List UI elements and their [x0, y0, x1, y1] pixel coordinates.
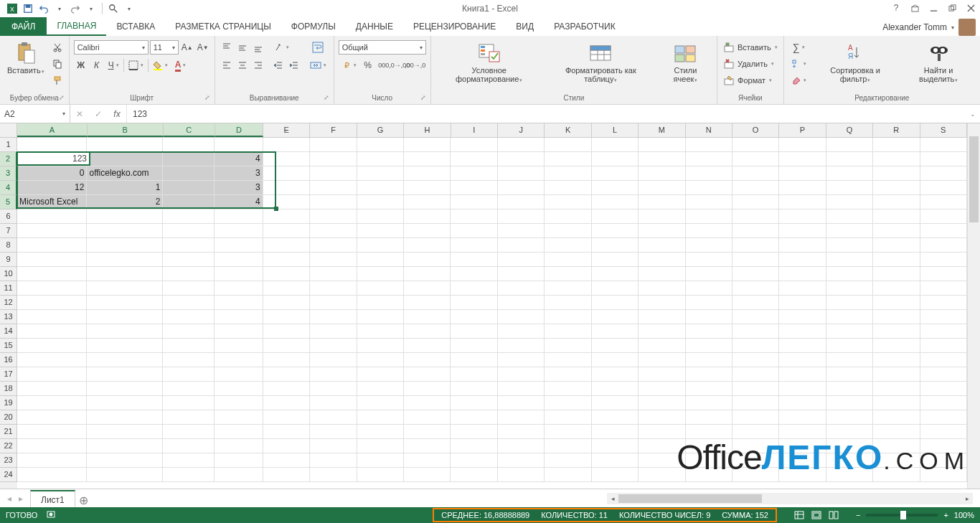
- cell[interactable]: 0: [17, 166, 87, 181]
- cell[interactable]: [357, 310, 404, 324]
- cell[interactable]: [920, 224, 967, 238]
- zoom-value[interactable]: 100%: [954, 511, 974, 519]
- cell[interactable]: [920, 296, 967, 310]
- horizontal-scrollbar[interactable]: ◂ ▸: [607, 493, 973, 504]
- cell[interactable]: [310, 439, 357, 453]
- cell[interactable]: [310, 195, 357, 209]
- grow-font-button[interactable]: A▲: [180, 40, 194, 55]
- cell[interactable]: [310, 152, 357, 166]
- cell[interactable]: [357, 296, 404, 310]
- cell[interactable]: [779, 209, 826, 224]
- cell[interactable]: [920, 324, 967, 339]
- maximize-icon[interactable]: [943, 0, 961, 16]
- row-header-15[interactable]: 15: [0, 339, 17, 353]
- cell[interactable]: [826, 324, 873, 339]
- cell[interactable]: [498, 339, 545, 353]
- cell[interactable]: [873, 410, 920, 425]
- align-top-button[interactable]: [220, 40, 234, 55]
- cell[interactable]: [451, 138, 497, 152]
- cell[interactable]: [873, 396, 920, 410]
- cell[interactable]: [826, 181, 873, 195]
- cell[interactable]: [163, 425, 215, 439]
- cell[interactable]: [404, 152, 451, 166]
- cell[interactable]: [732, 310, 779, 324]
- cell[interactable]: [357, 181, 404, 195]
- redo-dropdown-icon[interactable]: ▾: [83, 1, 99, 17]
- cell[interactable]: [357, 267, 404, 281]
- cell[interactable]: [163, 152, 215, 166]
- cell[interactable]: [87, 238, 163, 253]
- col-header-I[interactable]: I: [451, 123, 498, 137]
- cell[interactable]: [498, 296, 545, 310]
- cell[interactable]: [732, 195, 779, 209]
- cell[interactable]: [87, 296, 163, 310]
- cell[interactable]: [357, 353, 404, 367]
- cell[interactable]: [826, 339, 873, 353]
- macro-record-icon[interactable]: [46, 509, 56, 521]
- cell[interactable]: [263, 296, 310, 310]
- cell[interactable]: [87, 410, 163, 425]
- delete-cells-button[interactable]: Удалить▾: [722, 57, 779, 71]
- col-header-F[interactable]: F: [310, 123, 357, 137]
- col-header-Q[interactable]: Q: [826, 123, 873, 137]
- row-header-24[interactable]: 24: [0, 468, 17, 482]
- cell[interactable]: [639, 382, 685, 396]
- minimize-icon[interactable]: [924, 0, 943, 16]
- cell[interactable]: [686, 238, 732, 253]
- cell[interactable]: [779, 410, 826, 425]
- cell[interactable]: [545, 267, 591, 281]
- cell[interactable]: [592, 468, 639, 482]
- align-right-button[interactable]: [251, 58, 265, 72]
- cell[interactable]: [639, 425, 685, 439]
- tab-formulas[interactable]: ФОРМУЛЫ: [281, 17, 346, 36]
- cell[interactable]: [87, 324, 163, 339]
- cell[interactable]: [310, 468, 357, 482]
- format-cells-button[interactable]: Формат▾: [722, 73, 779, 88]
- cell[interactable]: [873, 209, 920, 224]
- cell[interactable]: 1: [87, 181, 163, 195]
- cell[interactable]: [873, 267, 920, 281]
- select-all-corner[interactable]: [0, 123, 17, 138]
- cell[interactable]: [404, 339, 451, 353]
- cell[interactable]: [732, 267, 779, 281]
- sheet-prev-icon[interactable]: ◂: [7, 494, 11, 504]
- cell[interactable]: [639, 324, 685, 339]
- cell[interactable]: [17, 253, 87, 267]
- qat-customize-icon[interactable]: ▾: [121, 1, 137, 17]
- enter-icon[interactable]: ✓: [89, 109, 108, 119]
- cell[interactable]: [639, 281, 685, 296]
- cell[interactable]: [163, 382, 215, 396]
- cell[interactable]: [87, 339, 163, 353]
- cell[interactable]: [639, 353, 685, 367]
- cell[interactable]: [592, 195, 639, 209]
- cell[interactable]: [87, 396, 163, 410]
- cell[interactable]: [87, 209, 163, 224]
- cell[interactable]: [779, 382, 826, 396]
- font-color-button[interactable]: А▾: [172, 58, 189, 72]
- cell[interactable]: [404, 253, 451, 267]
- cell[interactable]: [17, 296, 87, 310]
- cell[interactable]: [592, 410, 639, 425]
- cell[interactable]: [263, 166, 310, 181]
- cell[interactable]: [686, 468, 732, 482]
- cell[interactable]: [451, 353, 497, 367]
- cell[interactable]: [686, 181, 732, 195]
- view-normal-icon[interactable]: [791, 509, 807, 522]
- cell[interactable]: [17, 339, 87, 353]
- cell[interactable]: [357, 468, 404, 482]
- cell[interactable]: [545, 353, 591, 367]
- cell[interactable]: [686, 439, 732, 453]
- cell[interactable]: [592, 324, 639, 339]
- cell[interactable]: [310, 138, 357, 152]
- cell[interactable]: [263, 310, 310, 324]
- cell[interactable]: [310, 224, 357, 238]
- cell[interactable]: [732, 253, 779, 267]
- cell-styles-button[interactable]: Стили ячеек▾: [659, 40, 712, 86]
- row-header-9[interactable]: 9: [0, 253, 17, 267]
- cell[interactable]: [592, 138, 639, 152]
- clear-button[interactable]: ▾: [788, 73, 809, 88]
- cell[interactable]: [826, 410, 873, 425]
- cell[interactable]: [498, 396, 545, 410]
- cell[interactable]: [873, 439, 920, 453]
- cell[interactable]: [215, 209, 263, 224]
